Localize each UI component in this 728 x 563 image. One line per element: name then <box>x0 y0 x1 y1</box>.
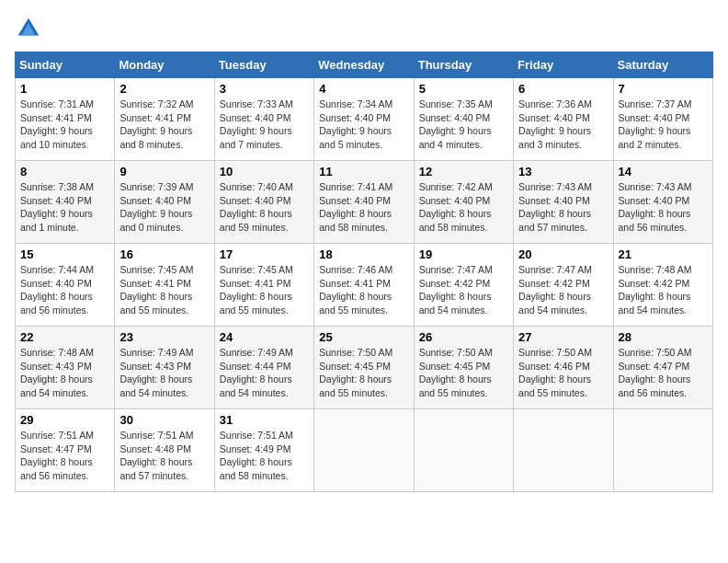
week-row-4: 22 Sunrise: 7:48 AM Sunset: 4:43 PM Dayl… <box>16 327 713 409</box>
day-info: Sunrise: 7:49 AM Sunset: 4:44 PM Dayligh… <box>220 346 309 400</box>
calendar-cell: 22 Sunrise: 7:48 AM Sunset: 4:43 PM Dayl… <box>16 327 115 409</box>
week-row-3: 15 Sunrise: 7:44 AM Sunset: 4:40 PM Dayl… <box>16 244 713 327</box>
day-number: 19 <box>419 247 508 261</box>
calendar-cell: 10 Sunrise: 7:40 AM Sunset: 4:40 PM Dayl… <box>214 161 313 244</box>
day-info: Sunrise: 7:45 AM Sunset: 4:41 PM Dayligh… <box>119 263 209 317</box>
day-info: Sunrise: 7:47 AM Sunset: 4:42 PM Dayligh… <box>419 263 508 317</box>
day-number: 29 <box>20 413 109 427</box>
day-number: 8 <box>20 165 109 178</box>
day-header-monday: Monday <box>115 52 214 78</box>
calendar-cell: 14 Sunrise: 7:43 AM Sunset: 4:40 PM Dayl… <box>613 161 712 244</box>
day-number: 6 <box>518 82 608 96</box>
day-info: Sunrise: 7:48 AM Sunset: 4:43 PM Dayligh… <box>20 346 109 400</box>
calendar-cell: 18 Sunrise: 7:46 AM Sunset: 4:41 PM Dayl… <box>314 244 414 327</box>
day-number: 31 <box>220 413 309 427</box>
day-number: 23 <box>119 330 209 344</box>
day-info: Sunrise: 7:51 AM Sunset: 4:47 PM Dayligh… <box>20 429 109 483</box>
calendar: SundayMondayTuesdayWednesdayThursdayFrid… <box>15 52 713 492</box>
day-info: Sunrise: 7:46 AM Sunset: 4:41 PM Dayligh… <box>319 263 408 317</box>
day-info: Sunrise: 7:44 AM Sunset: 4:40 PM Dayligh… <box>20 263 109 317</box>
day-info: Sunrise: 7:32 AM Sunset: 4:41 PM Dayligh… <box>119 98 209 152</box>
week-row-1: 1 Sunrise: 7:31 AM Sunset: 4:41 PM Dayli… <box>16 78 713 161</box>
day-info: Sunrise: 7:41 AM Sunset: 4:40 PM Dayligh… <box>319 180 408 235</box>
day-info: Sunrise: 7:49 AM Sunset: 4:43 PM Dayligh… <box>119 346 209 400</box>
day-number: 9 <box>119 165 209 178</box>
day-info: Sunrise: 7:40 AM Sunset: 4:40 PM Dayligh… <box>220 180 309 235</box>
calendar-cell: 8 Sunrise: 7:38 AM Sunset: 4:40 PM Dayli… <box>16 161 115 244</box>
day-header-tuesday: Tuesday <box>214 52 313 78</box>
day-number: 13 <box>518 165 608 178</box>
day-info: Sunrise: 7:50 AM Sunset: 4:47 PM Dayligh… <box>619 346 708 400</box>
day-number: 7 <box>619 82 708 96</box>
calendar-cell: 7 Sunrise: 7:37 AM Sunset: 4:40 PM Dayli… <box>613 78 712 161</box>
day-info: Sunrise: 7:34 AM Sunset: 4:40 PM Dayligh… <box>319 98 408 152</box>
day-number: 11 <box>319 165 408 178</box>
day-info: Sunrise: 7:37 AM Sunset: 4:40 PM Dayligh… <box>619 98 708 152</box>
calendar-cell: 27 Sunrise: 7:50 AM Sunset: 4:46 PM Dayl… <box>514 327 613 409</box>
calendar-cell: 3 Sunrise: 7:33 AM Sunset: 4:40 PM Dayli… <box>214 78 313 161</box>
calendar-cell: 30 Sunrise: 7:51 AM Sunset: 4:48 PM Dayl… <box>115 409 214 492</box>
calendar-cell: 16 Sunrise: 7:45 AM Sunset: 4:41 PM Dayl… <box>115 244 214 327</box>
calendar-cell: 12 Sunrise: 7:42 AM Sunset: 4:40 PM Dayl… <box>414 161 513 244</box>
calendar-cell <box>314 409 414 492</box>
day-info: Sunrise: 7:42 AM Sunset: 4:40 PM Dayligh… <box>419 180 508 235</box>
day-info: Sunrise: 7:31 AM Sunset: 4:41 PM Dayligh… <box>20 98 109 152</box>
calendar-cell: 5 Sunrise: 7:35 AM Sunset: 4:40 PM Dayli… <box>414 78 513 161</box>
day-info: Sunrise: 7:39 AM Sunset: 4:40 PM Dayligh… <box>119 180 209 235</box>
calendar-cell: 28 Sunrise: 7:50 AM Sunset: 4:47 PM Dayl… <box>613 327 712 409</box>
day-info: Sunrise: 7:35 AM Sunset: 4:40 PM Dayligh… <box>419 98 508 152</box>
calendar-cell: 21 Sunrise: 7:48 AM Sunset: 4:42 PM Dayl… <box>613 244 712 327</box>
day-info: Sunrise: 7:33 AM Sunset: 4:40 PM Dayligh… <box>220 98 309 152</box>
day-number: 2 <box>119 82 209 96</box>
day-header-saturday: Saturday <box>613 52 712 78</box>
header <box>15 15 713 42</box>
day-number: 21 <box>619 247 708 261</box>
day-info: Sunrise: 7:43 AM Sunset: 4:40 PM Dayligh… <box>619 180 708 235</box>
day-number: 18 <box>319 247 408 261</box>
calendar-cell: 20 Sunrise: 7:47 AM Sunset: 4:42 PM Dayl… <box>514 244 613 327</box>
day-info: Sunrise: 7:38 AM Sunset: 4:40 PM Dayligh… <box>20 180 109 235</box>
calendar-cell: 17 Sunrise: 7:45 AM Sunset: 4:41 PM Dayl… <box>214 244 313 327</box>
day-number: 3 <box>220 82 309 96</box>
week-row-2: 8 Sunrise: 7:38 AM Sunset: 4:40 PM Dayli… <box>16 161 713 244</box>
day-info: Sunrise: 7:48 AM Sunset: 4:42 PM Dayligh… <box>619 263 708 317</box>
day-number: 15 <box>20 247 109 261</box>
day-number: 5 <box>419 82 508 96</box>
day-info: Sunrise: 7:51 AM Sunset: 4:49 PM Dayligh… <box>220 429 309 483</box>
logo-icon <box>15 15 42 42</box>
calendar-cell: 25 Sunrise: 7:50 AM Sunset: 4:45 PM Dayl… <box>314 327 414 409</box>
day-info: Sunrise: 7:50 AM Sunset: 4:45 PM Dayligh… <box>319 346 408 400</box>
calendar-cell: 29 Sunrise: 7:51 AM Sunset: 4:47 PM Dayl… <box>16 409 115 492</box>
day-info: Sunrise: 7:51 AM Sunset: 4:48 PM Dayligh… <box>119 429 209 483</box>
day-number: 25 <box>319 330 408 344</box>
calendar-cell: 19 Sunrise: 7:47 AM Sunset: 4:42 PM Dayl… <box>414 244 513 327</box>
calendar-cell <box>514 409 613 492</box>
calendar-cell: 26 Sunrise: 7:50 AM Sunset: 4:45 PM Dayl… <box>414 327 513 409</box>
day-header-sunday: Sunday <box>16 52 115 78</box>
logo <box>15 15 44 42</box>
day-number: 10 <box>220 165 309 178</box>
day-number: 22 <box>20 330 109 344</box>
day-info: Sunrise: 7:36 AM Sunset: 4:40 PM Dayligh… <box>518 98 608 152</box>
calendar-cell: 9 Sunrise: 7:39 AM Sunset: 4:40 PM Dayli… <box>115 161 214 244</box>
calendar-cell: 11 Sunrise: 7:41 AM Sunset: 4:40 PM Dayl… <box>314 161 414 244</box>
calendar-cell <box>613 409 712 492</box>
day-info: Sunrise: 7:47 AM Sunset: 4:42 PM Dayligh… <box>518 263 608 317</box>
calendar-cell: 4 Sunrise: 7:34 AM Sunset: 4:40 PM Dayli… <box>314 78 414 161</box>
day-number: 17 <box>220 247 309 261</box>
day-header-wednesday: Wednesday <box>314 52 414 78</box>
day-info: Sunrise: 7:50 AM Sunset: 4:45 PM Dayligh… <box>419 346 508 400</box>
calendar-cell: 23 Sunrise: 7:49 AM Sunset: 4:43 PM Dayl… <box>115 327 214 409</box>
calendar-cell <box>414 409 513 492</box>
day-number: 14 <box>619 165 708 178</box>
day-number: 26 <box>419 330 508 344</box>
day-header-friday: Friday <box>514 52 613 78</box>
calendar-cell: 15 Sunrise: 7:44 AM Sunset: 4:40 PM Dayl… <box>16 244 115 327</box>
calendar-cell: 13 Sunrise: 7:43 AM Sunset: 4:40 PM Dayl… <box>514 161 613 244</box>
calendar-cell: 6 Sunrise: 7:36 AM Sunset: 4:40 PM Dayli… <box>514 78 613 161</box>
day-number: 27 <box>518 330 608 344</box>
week-row-5: 29 Sunrise: 7:51 AM Sunset: 4:47 PM Dayl… <box>16 409 713 492</box>
day-number: 1 <box>20 82 109 96</box>
calendar-cell: 1 Sunrise: 7:31 AM Sunset: 4:41 PM Dayli… <box>16 78 115 161</box>
day-number: 24 <box>220 330 309 344</box>
